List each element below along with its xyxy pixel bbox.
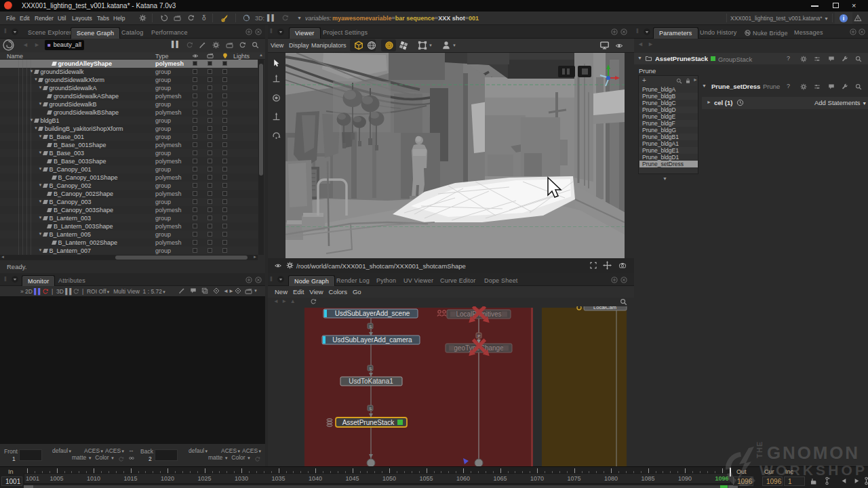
svg-text:LocalCam: LocalCam — [593, 306, 616, 310]
svg-text:S: S — [369, 407, 372, 411]
svg-text:AssetPruneStack: AssetPruneStack — [342, 419, 395, 426]
svg-text:UsdSubLayerAdd_scene: UsdSubLayerAdd_scene — [335, 310, 410, 317]
svg-text:UsdToKatana1: UsdToKatana1 — [349, 378, 393, 385]
svg-text:S: S — [369, 325, 372, 329]
svg-text:S: S — [369, 367, 372, 371]
svg-text:P: P — [477, 334, 480, 338]
svg-text:UsdSubLayerAdd_camera: UsdSubLayerAdd_camera — [332, 336, 412, 344]
